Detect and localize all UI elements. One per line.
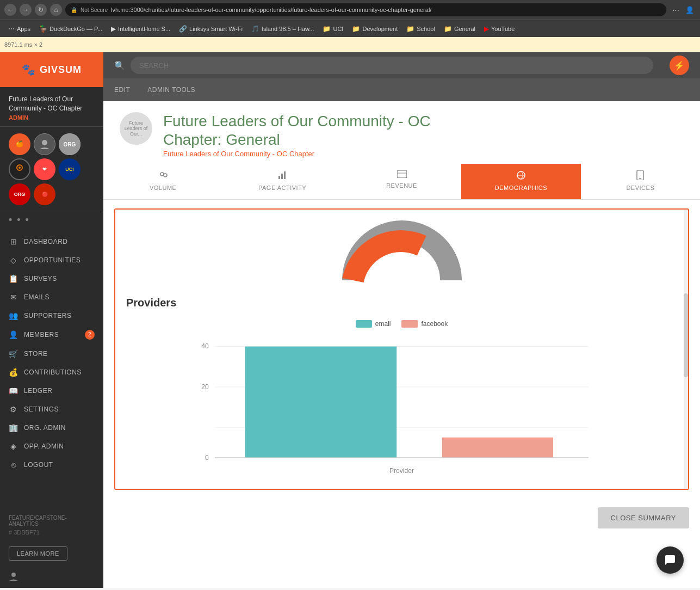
avatar-8[interactable]: 🔴 <box>34 183 55 205</box>
sidebar-item-contributions[interactable]: 💰 CONTRIBUTIONS <box>0 363 103 382</box>
page-activity-icon <box>277 170 287 182</box>
devices-icon <box>636 170 644 182</box>
avatar-4[interactable] <box>9 158 30 180</box>
sidebar-item-supporters[interactable]: 👥 SUPPORTERS <box>0 306 103 325</box>
facebook-bar <box>442 438 553 458</box>
sidebar-item-org-admin[interactable]: 🏢 ORG. ADMIN <box>0 419 103 437</box>
ledger-icon: 📖 <box>9 386 18 395</box>
url-bar[interactable]: 🔒 Not Secure lvh.me:3000/charities/futur… <box>65 3 666 16</box>
search-area: 🔍 <box>114 57 653 74</box>
bookmark-youtube[interactable]: ▶ YouTube <box>480 23 518 34</box>
bookmark-apps[interactable]: ⋯ Apps <box>4 23 34 34</box>
sidebar-item-opportunities[interactable]: ◇ OPPORTUNITIES <box>0 251 103 269</box>
tab-page-activity[interactable]: PAGE ACTIVITY <box>222 164 342 199</box>
sidebar-item-settings[interactable]: ⚙ SETTINGS <box>0 400 103 419</box>
email-bar <box>245 347 397 458</box>
donut-svg <box>342 220 462 286</box>
donut-chart <box>126 220 677 286</box>
bookmark-development-label: Development <box>362 26 398 32</box>
opp-logo-text: Future Leaders of Our... <box>120 118 152 139</box>
profile-button[interactable]: 👤 <box>684 4 696 16</box>
sidebar-avatars: 🍊 ORG ❤ UCI ORG 🔴 <box>0 127 103 212</box>
sidebar-item-store[interactable]: 🛒 STORE <box>0 345 103 363</box>
sidebar-more-indicator[interactable]: • • • <box>0 212 103 228</box>
sidebar-item-members[interactable]: 👤 MEMBERS 2 <box>0 325 103 345</box>
sidebar-feature-label: FEATURE/CAPSTONE-ANALYTICS <box>0 511 103 529</box>
sidebar-label-opportunities: OPPORTUNITIES <box>24 256 80 264</box>
tab-revenue[interactable]: REVENUE <box>342 164 461 199</box>
back-button[interactable]: ← <box>4 4 16 16</box>
app-layout: 🐾 GIVSUM Future Leaders of Our Community… <box>0 52 700 588</box>
bookmark-development[interactable]: 📁 Development <box>348 23 401 34</box>
org-admin-icon: 🏢 <box>9 423 18 432</box>
bookmark-linksys[interactable]: 🔗 Linksys Smart Wi-Fi <box>175 23 246 34</box>
scroll-thumb[interactable] <box>684 293 688 377</box>
tab-edit[interactable]: EDIT <box>112 78 132 101</box>
reload-button[interactable]: ↻ <box>35 4 47 16</box>
avatar-3[interactable]: ORG <box>59 133 80 155</box>
bookmark-intelligenthome[interactable]: ▶ IntelligentHome S... <box>107 23 174 34</box>
avatar-1[interactable]: 🍊 <box>9 133 30 155</box>
svg-text:Provider: Provider <box>389 467 414 475</box>
avatar-7[interactable]: ORG <box>9 183 30 205</box>
org-link[interactable]: Future Leaders of Our Community - OC Cha… <box>163 150 314 158</box>
svg-point-7 <box>164 174 167 177</box>
browser-chrome: ← → ↻ ⌂ 🔒 Not Secure lvh.me:3000/chariti… <box>0 0 700 20</box>
page-content-area: Future Leaders of Our... Future Leaders … <box>103 101 700 588</box>
extensions-button[interactable]: ⋯ <box>670 4 682 16</box>
avatar-2[interactable] <box>34 133 55 155</box>
sidebar-label-opp-admin: OPP. ADMIN <box>24 442 64 450</box>
supporters-icon: 👥 <box>9 311 18 320</box>
bookmark-school[interactable]: 📁 School <box>402 23 439 34</box>
svg-rect-10 <box>284 171 286 179</box>
chart-title: Providers <box>126 297 677 309</box>
scroll-track[interactable] <box>684 210 688 489</box>
sidebar-item-surveys[interactable]: 📋 SURVEYS <box>0 269 103 288</box>
sidebar-item-opp-admin[interactable]: ◈ OPP. ADMIN <box>0 437 103 456</box>
svg-rect-8 <box>278 176 280 179</box>
bookmark-general[interactable]: 📁 General <box>440 23 479 34</box>
school-folder-icon: 📁 <box>406 25 414 33</box>
org-name: Future Leaders of Our Community - OC Cha… <box>9 95 95 113</box>
volume-icon <box>158 170 168 182</box>
main-content: 🔍 ⚡ EDIT ADMIN TOOLS Future Leaders of O… <box>103 52 700 588</box>
notification-button[interactable]: ⚡ <box>670 56 689 75</box>
sidebar-item-emails[interactable]: ✉ EMAILS <box>0 288 103 306</box>
sidebar-item-dashboard[interactable]: ⊞ DASHBOARD <box>0 232 103 251</box>
opportunities-icon: ◇ <box>9 256 18 265</box>
facebook-legend-label: facebook <box>421 320 448 328</box>
svg-text:ORG: ORG <box>64 142 76 148</box>
avatar-5[interactable]: ❤ <box>34 158 55 180</box>
email-legend-color <box>356 320 372 328</box>
tab-volume-label: VOLUME <box>150 185 176 191</box>
close-summary-button[interactable]: CLOSE SUMMARY <box>598 507 689 528</box>
tab-devices[interactable]: DEVICES <box>581 164 700 199</box>
sidebar-item-ledger[interactable]: 📖 LEDGER <box>0 382 103 400</box>
admin-tabs-bar: EDIT ADMIN TOOLS <box>103 78 700 101</box>
forward-button[interactable]: → <box>20 4 32 16</box>
bookmark-island[interactable]: 🎵 Island 98.5 – Haw... <box>247 23 318 34</box>
linksys-icon: 🔗 <box>179 25 187 33</box>
bookmark-duckduckgo[interactable]: 🦆 DuckDuckGo — P... <box>35 23 106 34</box>
uci-folder-icon: 📁 <box>323 25 331 33</box>
bookmark-uci[interactable]: 📁 UCI <box>319 23 347 34</box>
intelligenthome-icon: ▶ <box>111 25 116 33</box>
home-button[interactable]: ⌂ <box>50 4 62 16</box>
tab-volume[interactable]: VOLUME <box>103 164 222 199</box>
providers-section: Providers email facebook <box>126 297 677 478</box>
learn-more-button[interactable]: LEARN MORE <box>9 546 67 561</box>
legend-email: email <box>356 320 391 328</box>
svg-point-4 <box>18 167 21 169</box>
svg-point-0 <box>42 140 47 145</box>
avatar-6[interactable]: UCI <box>59 158 80 180</box>
sidebar-item-logout[interactable]: ⎋ LOGOUT <box>0 456 103 474</box>
search-input[interactable] <box>131 57 653 74</box>
org-role: ADMIN <box>9 114 95 121</box>
chat-button[interactable] <box>656 546 684 574</box>
sidebar-logo[interactable]: 🐾 GIVSUM <box>0 52 103 87</box>
sidebar-label-surveys: SURVEYS <box>24 275 57 282</box>
tab-devices-label: DEVICES <box>626 185 654 191</box>
tab-demographics[interactable]: DEMOGRAPHICS <box>461 164 580 199</box>
tab-admin-tools[interactable]: ADMIN TOOLS <box>145 78 197 101</box>
tab-revenue-label: REVENUE <box>386 182 417 189</box>
